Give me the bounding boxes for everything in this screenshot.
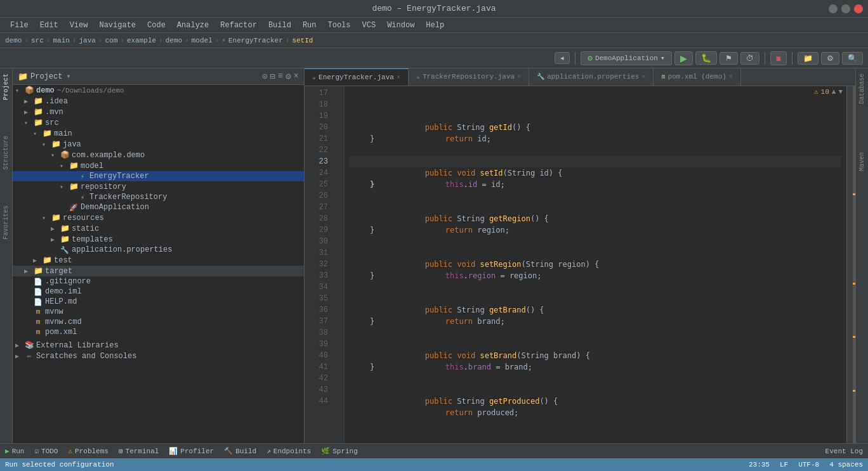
menu-window[interactable]: Window: [382, 20, 419, 31]
run-tab[interactable]: ▶ Run: [5, 447, 24, 455]
bc-demo[interactable]: demo: [5, 37, 22, 44]
problems-tab[interactable]: ⚠ Problems: [68, 447, 108, 455]
indent-setting[interactable]: 4 spaces: [829, 461, 863, 468]
tree-target[interactable]: ▶ 📁 target: [13, 266, 304, 276]
settings-button[interactable]: ⚙: [821, 52, 839, 65]
project-structure-button[interactable]: 📁: [798, 52, 819, 65]
menu-navigate[interactable]: Navigate: [94, 20, 141, 31]
run-button[interactable]: ▶: [674, 51, 693, 65]
warning-indicator[interactable]: ⚠ 10 ▲ ▼: [814, 87, 843, 96]
tree-package[interactable]: ▾ 📦 com.example.demo: [13, 150, 304, 160]
bc-class[interactable]: EnergyTracker: [228, 37, 283, 44]
tree-idea[interactable]: ▶ 📁 .idea: [13, 96, 304, 106]
favorites-panel-label[interactable]: Favorites: [1, 200, 11, 245]
tab-app-props-close[interactable]: ×: [641, 74, 645, 81]
tree-test[interactable]: ▶ 📁 test: [13, 255, 304, 266]
tree-pom[interactable]: m pom.xml: [13, 327, 304, 337]
tree-demo-app[interactable]: 🚀 DemoApplication: [13, 202, 304, 212]
bc-model[interactable]: model: [192, 37, 213, 44]
tree-options-button[interactable]: ≡: [278, 71, 283, 82]
stop-button[interactable]: ■: [770, 51, 787, 65]
bc-com[interactable]: com: [105, 37, 117, 44]
navigate-back-button[interactable]: ◂: [555, 52, 570, 64]
tree-src[interactable]: ▾ 📁 src: [13, 117, 304, 128]
tree-static[interactable]: ▶ 📁 static: [13, 223, 304, 234]
bc-energytracker[interactable]: ⚡: [221, 36, 226, 44]
event-log-button[interactable]: Event Log: [825, 448, 863, 455]
bc-method[interactable]: setId: [292, 37, 313, 44]
bc-main[interactable]: main: [53, 37, 69, 44]
tree-help-md[interactable]: 📄 HELP.md: [13, 297, 304, 307]
tree-java[interactable]: ▾ 📁 java: [13, 139, 304, 150]
todo-tab[interactable]: ☑ TODO: [34, 447, 58, 455]
tab-pom-close[interactable]: ×: [729, 74, 733, 81]
endpoints-tab[interactable]: ↗ Endpoints: [266, 447, 311, 455]
tab-tracker-repo-close[interactable]: ×: [517, 74, 521, 81]
profile-button[interactable]: ⏱: [740, 52, 760, 65]
tab-tracker-repo[interactable]: ☕ TrackerRepository.java ×: [409, 68, 529, 86]
project-panel-label[interactable]: Project: [1, 68, 11, 105]
tree-tracker-repo[interactable]: ⚡ TrackerRepository: [13, 192, 304, 202]
tree-repository[interactable]: ▾ 📁 repository: [13, 181, 304, 192]
close-button[interactable]: [854, 4, 863, 13]
maven-panel-label[interactable]: Maven: [857, 147, 867, 176]
bc-java[interactable]: java: [79, 37, 95, 44]
charset[interactable]: UTF-8: [798, 461, 819, 468]
terminal-tab[interactable]: ⊞ Terminal: [119, 447, 159, 455]
line-ending[interactable]: LF: [780, 461, 788, 468]
profiler-tab[interactable]: 📊 Profiler: [169, 447, 214, 455]
tree-templates[interactable]: ▶ 📁 templates: [13, 234, 304, 245]
menu-run[interactable]: Run: [298, 20, 322, 31]
tree-app-props[interactable]: 🔧 application.properties: [13, 245, 304, 255]
tree-energy-tracker[interactable]: ⚡ EnergyTracker: [13, 171, 304, 181]
maximize-button[interactable]: [841, 4, 850, 13]
tab-pom[interactable]: m pom.xml (demo) ×: [654, 68, 740, 86]
spring-tab[interactable]: 🌿 Spring: [321, 447, 358, 455]
tree-mvnw[interactable]: m mvnw: [13, 307, 304, 317]
menu-file[interactable]: File: [5, 20, 34, 31]
tree-mvn[interactable]: ▶ 📁 .mvn: [13, 106, 304, 117]
tree-collapse-button[interactable]: ⊟: [270, 71, 275, 82]
demo-app-icon: 🚀: [69, 203, 79, 212]
bc-example[interactable]: example: [127, 37, 156, 44]
tree-locate-button[interactable]: ⊙: [262, 71, 267, 82]
structure-panel-label[interactable]: Structure: [1, 131, 11, 175]
menu-edit[interactable]: Edit: [35, 20, 63, 31]
tree-gitignore[interactable]: 📄 .gitignore: [13, 276, 304, 287]
tree-root[interactable]: ▾ 📦 demo ~/Downloads/demo: [13, 85, 304, 96]
search-button[interactable]: 🔍: [842, 52, 863, 65]
coverage-button[interactable]: ⚑: [720, 52, 738, 65]
tree-iml[interactable]: 📄 demo.iml: [13, 287, 304, 297]
code-editor[interactable]: public String getId() { return id; } pub…: [345, 86, 846, 443]
tree-settings-button[interactable]: ⚙: [286, 71, 291, 82]
database-panel-label[interactable]: Database: [857, 68, 867, 109]
menu-view[interactable]: View: [65, 20, 93, 31]
tree-ext-libs[interactable]: ▶ 📚 External Libraries: [13, 340, 304, 351]
menu-build[interactable]: Build: [263, 20, 296, 31]
debug-button[interactable]: 🐛: [695, 51, 717, 65]
tree-mvnw-cmd[interactable]: m mvnw.cmd: [13, 317, 304, 327]
tree-model[interactable]: ▾ 📁 model: [13, 160, 304, 171]
menu-tools[interactable]: Tools: [323, 20, 356, 31]
bc-demo2[interactable]: demo: [166, 37, 182, 44]
minimize-button[interactable]: [829, 4, 838, 13]
cursor-position[interactable]: 23:35: [749, 461, 770, 468]
run-config-selector[interactable]: ⚙ DemoApplication ▾: [581, 51, 671, 65]
menu-refactor[interactable]: Refactor: [215, 20, 262, 31]
build-tab[interactable]: 🔨 Build: [224, 447, 256, 455]
tab-energy-tracker-close[interactable]: ×: [397, 74, 400, 81]
menu-vcs[interactable]: VCS: [357, 20, 381, 31]
tree-resources[interactable]: ▾ 📁 resources: [13, 212, 304, 223]
tree-close-button[interactable]: ×: [294, 71, 299, 82]
build-tab-label: Build: [235, 448, 256, 455]
menu-code[interactable]: Code: [142, 20, 171, 31]
editor-scrollbar[interactable]: [846, 86, 855, 443]
bc-src[interactable]: src: [31, 37, 44, 44]
menu-help[interactable]: Help: [421, 20, 449, 31]
tab-energy-tracker[interactable]: ☕ EnergyTracker.java ×: [305, 68, 409, 86]
tree-main[interactable]: ▾ 📁 main: [13, 128, 304, 139]
tab-app-properties[interactable]: 🔧 application.properties ×: [529, 68, 654, 86]
tree-scratches[interactable]: ▶ ✏ Scratches and Consoles: [13, 351, 304, 361]
src-folder-icon: 📁: [33, 118, 43, 127]
menu-analyze[interactable]: Analyze: [172, 20, 214, 31]
